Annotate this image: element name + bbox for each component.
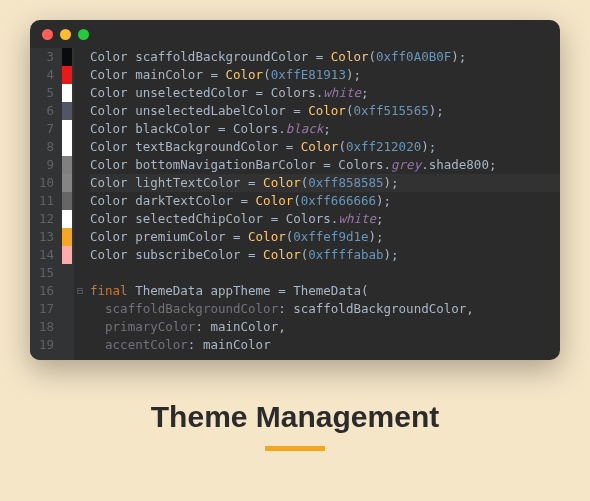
close-icon[interactable] xyxy=(42,29,53,40)
code-line: Color unselectedColor = Colors.white; xyxy=(90,84,560,102)
line-number: 4 xyxy=(30,66,54,84)
fold-spacer xyxy=(74,300,86,318)
color-swatch-icon xyxy=(62,210,72,228)
fold-gutter: ⊟ xyxy=(74,48,86,360)
line-number: 19 xyxy=(30,336,54,354)
color-swatch-icon xyxy=(62,84,72,102)
fold-spacer xyxy=(74,336,86,354)
color-swatch-icon xyxy=(62,192,72,210)
code-editor: 345678910111213141516171819 ⊟ Color scaf… xyxy=(30,20,560,360)
code-line: Color mainColor = Color(0xffE81913); xyxy=(90,66,560,84)
fold-spacer xyxy=(74,48,86,66)
line-number: 5 xyxy=(30,84,54,102)
code-line: Color darkTextColor = Color(0xff666666); xyxy=(90,192,560,210)
fold-spacer xyxy=(74,264,86,282)
color-swatch-icon xyxy=(62,228,72,246)
line-number: 11 xyxy=(30,192,54,210)
section-title: Theme Management xyxy=(151,400,439,434)
fold-spacer xyxy=(74,120,86,138)
line-number: 13 xyxy=(30,228,54,246)
code-line: scaffoldBackgroundColor: scaffoldBackgro… xyxy=(90,300,560,318)
fold-spacer xyxy=(74,84,86,102)
fold-spacer xyxy=(74,66,86,84)
code-line: Color premiumColor = Color(0xffef9d1e); xyxy=(90,228,560,246)
color-marker-gutter xyxy=(60,48,74,360)
code-line: primaryColor: mainColor, xyxy=(90,318,560,336)
color-swatch-icon xyxy=(62,246,72,264)
fold-spacer xyxy=(74,156,86,174)
code-area: 345678910111213141516171819 ⊟ Color scaf… xyxy=(30,48,560,360)
line-number: 9 xyxy=(30,156,54,174)
line-number: 3 xyxy=(30,48,54,66)
color-swatch-icon xyxy=(62,282,72,300)
color-swatch-icon xyxy=(62,48,72,66)
color-swatch-icon xyxy=(62,102,72,120)
color-swatch-icon xyxy=(62,264,72,282)
code-line xyxy=(90,264,560,282)
minimize-icon[interactable] xyxy=(60,29,71,40)
code-content[interactable]: Color scaffoldBackgroundColor = Color(0x… xyxy=(86,48,560,360)
fold-spacer xyxy=(74,318,86,336)
maximize-icon[interactable] xyxy=(78,29,89,40)
color-swatch-icon xyxy=(62,120,72,138)
color-swatch-icon xyxy=(62,66,72,84)
fold-spacer xyxy=(74,246,86,264)
code-line: Color selectedChipColor = Colors.white; xyxy=(90,210,560,228)
line-number: 8 xyxy=(30,138,54,156)
color-swatch-icon xyxy=(62,336,72,354)
code-line: Color blackColor = Colors.black; xyxy=(90,120,560,138)
window-titlebar xyxy=(30,20,560,48)
fold-spacer xyxy=(74,174,86,192)
code-line: accentColor: mainColor xyxy=(90,336,560,354)
line-number-gutter: 345678910111213141516171819 xyxy=(30,48,60,360)
line-number: 17 xyxy=(30,300,54,318)
fold-spacer xyxy=(74,138,86,156)
color-swatch-icon xyxy=(62,156,72,174)
code-line: Color bottomNavigationBarColor = Colors.… xyxy=(90,156,560,174)
line-number: 12 xyxy=(30,210,54,228)
color-swatch-icon xyxy=(62,174,72,192)
code-line: Color unselectedLabelColor = Color(0xff5… xyxy=(90,102,560,120)
color-swatch-icon xyxy=(62,138,72,156)
line-number: 16 xyxy=(30,282,54,300)
line-number: 6 xyxy=(30,102,54,120)
code-line: final ThemeData appTheme = ThemeData( xyxy=(90,282,560,300)
line-number: 7 xyxy=(30,120,54,138)
fold-toggle-icon[interactable]: ⊟ xyxy=(74,282,86,300)
color-swatch-icon xyxy=(62,318,72,336)
line-number: 14 xyxy=(30,246,54,264)
code-line: Color subscribeColor = Color(0xffffabab)… xyxy=(90,246,560,264)
fold-spacer xyxy=(74,228,86,246)
fold-spacer xyxy=(74,210,86,228)
title-underline xyxy=(265,446,325,451)
color-swatch-icon xyxy=(62,300,72,318)
line-number: 10 xyxy=(30,174,54,192)
code-line: Color textBackgroundColor = Color(0xff21… xyxy=(90,138,560,156)
line-number: 18 xyxy=(30,318,54,336)
fold-spacer xyxy=(74,102,86,120)
code-line: Color scaffoldBackgroundColor = Color(0x… xyxy=(90,48,560,66)
fold-spacer xyxy=(74,192,86,210)
line-number: 15 xyxy=(30,264,54,282)
code-line: Color lightTextColor = Color(0xff858585)… xyxy=(90,174,560,192)
